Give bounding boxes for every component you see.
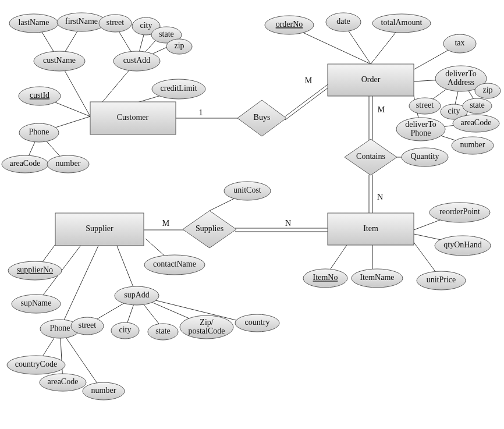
entity-item-label: Item (363, 224, 378, 233)
attr-firstName: firstName (57, 13, 106, 31)
attr-number-sup: number (83, 382, 125, 400)
svg-line-14 (285, 81, 332, 116)
relationship-buys: Buys (237, 100, 286, 136)
attr-areaCode-cust: areaCode (2, 155, 48, 173)
svg-text:totalAmount: totalAmount (381, 18, 423, 27)
attr-city-sup: city (111, 322, 139, 339)
svg-text:state: state (155, 327, 171, 335)
attr-state-order: state (463, 98, 492, 114)
svg-text:countryCode: countryCode (15, 360, 57, 368)
attr-countryCode: countryCode (7, 356, 65, 374)
svg-text:zip: zip (482, 86, 492, 94)
attr-phone-cust: Phone (19, 123, 59, 142)
attr-street-sup: street (71, 317, 104, 335)
svg-text:Phone: Phone (29, 127, 49, 136)
entity-supplier: Supplier (55, 213, 144, 246)
attr-itemName: ItemName (352, 269, 403, 288)
attr-unitPrice: unitPrice (417, 271, 466, 290)
card-contains-item: N (377, 193, 383, 201)
attr-zipPostal: Zip/postalCode (180, 315, 233, 339)
svg-text:number: number (56, 159, 81, 168)
svg-text:country: country (245, 318, 270, 327)
svg-text:unitPrice: unitPrice (427, 275, 456, 284)
attr-number-order: number (452, 137, 494, 154)
entity-order-label: Order (361, 75, 381, 84)
attr-zip-order: zip (475, 83, 501, 98)
attr-date: date (326, 13, 361, 31)
attr-unitCost: unitCost (224, 182, 271, 200)
attr-custId: custId (19, 87, 61, 105)
svg-text:lastName: lastName (19, 18, 49, 27)
attr-supAdd: supAdd (115, 286, 159, 305)
relationship-supplies: Supplies (183, 211, 236, 248)
svg-text:deliverTo: deliverTo (445, 69, 476, 78)
svg-text:custAdd: custAdd (123, 56, 151, 65)
svg-text:number: number (460, 140, 485, 149)
attr-zip-cust: zip (166, 39, 192, 54)
entity-customer-label: Customer (117, 113, 149, 122)
svg-text:areaCode: areaCode (48, 377, 79, 386)
svg-text:ItemName: ItemName (360, 273, 394, 282)
svg-text:street: street (79, 321, 96, 329)
attr-itemNo: ItemNo (303, 269, 347, 288)
svg-text:orderNo: orderNo (276, 20, 303, 29)
relationship-contains-label: Contains (356, 152, 385, 161)
svg-text:city: city (140, 21, 152, 30)
relationship-contains: Contains (345, 139, 397, 175)
svg-text:state: state (159, 30, 174, 38)
attr-totalAmount: totalAmount (372, 14, 431, 33)
attr-areaCode-order: areaCode (453, 115, 499, 132)
attr-lastName: lastName (9, 14, 58, 33)
svg-text:Phone: Phone (411, 129, 431, 137)
svg-text:creditLimit: creditLimit (161, 84, 197, 93)
svg-text:qtyOnHand: qtyOnHand (443, 240, 481, 249)
entity-order: Order (328, 64, 414, 96)
attr-supplierNo: supplierNo (8, 261, 62, 280)
svg-text:zip: zip (174, 41, 184, 50)
svg-text:supplierNo: supplierNo (17, 265, 53, 274)
attr-qtyOnHand: qtyOnHand (435, 236, 491, 256)
attr-state-sup: state (148, 324, 178, 340)
svg-text:ItemNo: ItemNo (313, 273, 338, 282)
svg-text:unitCost: unitCost (233, 186, 261, 194)
svg-text:supAdd: supAdd (124, 290, 150, 299)
svg-line-15 (285, 85, 332, 120)
svg-text:supName: supName (21, 299, 52, 307)
attr-deliverToPhone: deliverToPhone (396, 118, 445, 141)
attr-custName: custName (34, 51, 85, 71)
svg-text:contactName: contactName (153, 260, 196, 268)
entity-customer: Customer (90, 102, 176, 134)
svg-text:custId: custId (30, 91, 49, 100)
svg-text:tax: tax (455, 38, 464, 47)
attr-country: country (235, 314, 279, 332)
attr-street-order: street (409, 98, 441, 114)
card-buys-customer: 1 (199, 108, 203, 117)
svg-text:firstName: firstName (65, 17, 98, 26)
attr-supName: supName (12, 295, 61, 313)
svg-text:Zip/: Zip/ (200, 318, 213, 327)
card-supplies-supplier: M (162, 219, 170, 228)
svg-text:street: street (107, 18, 124, 27)
attr-creditLimit: creditLimit (152, 79, 205, 99)
attr-custAdd: custAdd (113, 51, 160, 71)
entity-item: Item (328, 213, 414, 245)
svg-text:city: city (119, 325, 132, 334)
svg-text:state: state (470, 101, 485, 109)
svg-text:date: date (336, 17, 350, 26)
svg-text:deliverTo: deliverTo (405, 120, 436, 129)
svg-line-44 (60, 244, 99, 329)
card-supplies-item: N (285, 219, 291, 228)
svg-text:Address: Address (448, 78, 474, 87)
svg-text:Quantity: Quantity (411, 152, 439, 161)
attr-orderNo: orderNo (265, 16, 314, 34)
svg-text:reorderPoint: reorderPoint (439, 207, 480, 216)
svg-text:Phone: Phone (50, 324, 70, 332)
attr-quantity: Quantity (402, 148, 448, 166)
attr-number-cust: number (47, 155, 89, 173)
card-buys-order: M (305, 76, 313, 85)
relationship-buys-label: Buys (254, 113, 271, 122)
svg-text:areaCode: areaCode (10, 159, 41, 168)
attr-reorderPoint: reorderPoint (430, 203, 490, 222)
svg-text:city: city (448, 107, 460, 115)
svg-text:custName: custName (43, 56, 76, 65)
